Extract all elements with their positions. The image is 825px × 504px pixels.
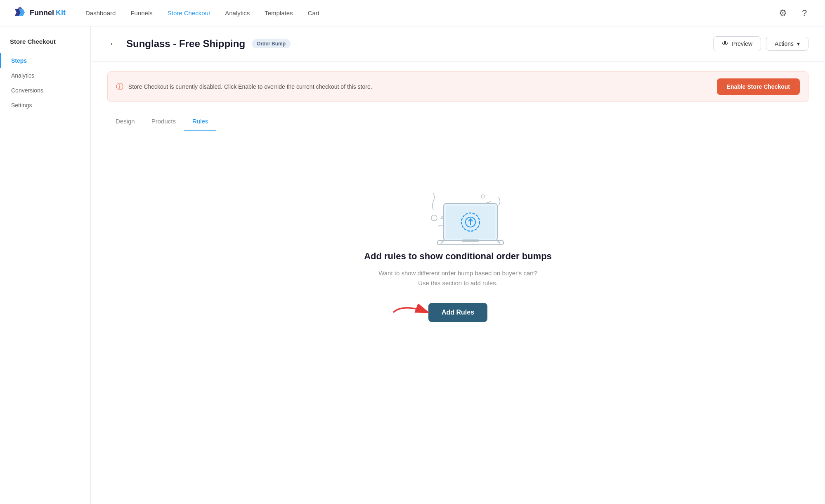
logo-icon [13,6,28,21]
svg-point-3 [431,215,437,221]
svg-line-8 [441,241,444,244]
add-rules-arrow [391,304,433,321]
nav-right: ⚙ ? [775,6,812,21]
alert-icon: ⓘ [116,82,123,92]
back-button[interactable]: ← [107,37,120,51]
page-header: ← Sunglass - Free Shipping Order Bump 👁 … [91,26,825,62]
nav-store-checkout[interactable]: Store Checkout [168,8,210,18]
svg-line-9 [497,241,500,244]
logo-text-funnel: Funnel [30,9,54,17]
page-title: Sunglass - Free Shipping [126,38,245,50]
empty-state-desc: Want to show different order bump based … [378,268,537,288]
svg-marker-2 [17,7,22,9]
sidebar-item-conversions[interactable]: Conversions [0,83,90,98]
settings-icon-button[interactable]: ⚙ [775,6,790,21]
enable-store-checkout-button[interactable]: Enable Store Checkout [717,78,800,95]
svg-point-14 [481,195,485,198]
nav-templates[interactable]: Templates [265,8,293,18]
logo[interactable]: FunnelKit [13,6,66,21]
sidebar-item-steps[interactable]: Steps [0,53,90,68]
sidebar-item-analytics[interactable]: Analytics [0,68,90,83]
tab-design[interactable]: Design [107,112,143,131]
top-nav: FunnelKit Dashboard Funnels Store Checko… [0,0,825,26]
alert-left: ⓘ Store Checkout is currently disabled. … [116,82,372,92]
layout: Store Checkout Steps Analytics Conversio… [0,26,825,504]
preview-button[interactable]: 👁 Preview [713,36,761,51]
order-bump-badge: Order Bump [252,39,291,48]
add-rules-wrapper: Add Rules [428,303,487,322]
main-content: ← Sunglass - Free Shipping Order Bump 👁 … [91,26,825,504]
eye-icon: 👁 [722,40,728,47]
add-rules-button[interactable]: Add Rules [428,303,487,322]
logo-text-kit: Kit [56,9,66,17]
help-icon-button[interactable]: ? [797,6,812,21]
nav-funnels[interactable]: Funnels [130,8,152,18]
page-header-left: ← Sunglass - Free Shipping Order Bump [107,37,291,51]
actions-button[interactable]: Actions ▾ [766,37,808,51]
sidebar-item-settings[interactable]: Settings [0,98,90,113]
preview-label: Preview [732,40,752,47]
nav-dashboard[interactable]: Dashboard [85,8,116,18]
sidebar-title: Store Checkout [0,38,90,53]
empty-state: Add rules to show conditional order bump… [91,131,825,355]
empty-state-illustration [404,164,512,251]
alert-banner: ⓘ Store Checkout is currently disabled. … [107,71,808,102]
tabs: Design Products Rules [91,112,825,131]
tab-products[interactable]: Products [143,112,184,131]
empty-state-title: Add rules to show conditional order bump… [364,251,552,262]
page-header-right: 👁 Preview Actions ▾ [713,36,808,51]
nav-links: Dashboard Funnels Store Checkout Analyti… [85,8,775,18]
tab-rules[interactable]: Rules [184,112,216,131]
nav-analytics[interactable]: Analytics [225,8,250,18]
sidebar: Store Checkout Steps Analytics Conversio… [0,26,91,504]
actions-label: Actions [775,40,794,47]
chevron-down-icon: ▾ [797,40,800,47]
nav-cart[interactable]: Cart [308,8,319,18]
alert-text: Store Checkout is currently disabled. Cl… [128,83,372,90]
